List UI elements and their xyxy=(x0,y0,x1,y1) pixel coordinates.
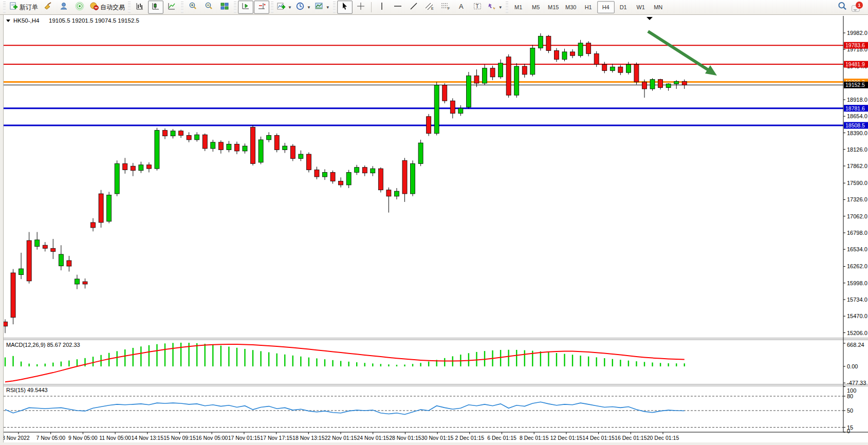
candle-body xyxy=(402,160,407,194)
candle-body xyxy=(163,131,168,136)
candle-body xyxy=(267,135,271,140)
broom-icon xyxy=(43,2,52,13)
toolbar-grip[interactable] xyxy=(234,2,236,13)
candle-body xyxy=(546,36,551,50)
candle-body xyxy=(51,248,56,251)
profile-button[interactable] xyxy=(56,1,71,14)
timeframe-button-d1[interactable]: D1 xyxy=(615,1,632,13)
timeframe-button-h1[interactable]: H1 xyxy=(580,1,597,13)
clock-icon xyxy=(296,2,305,13)
line-chart-icon xyxy=(167,2,176,13)
cursor-tool-button[interactable] xyxy=(337,1,353,14)
signal-button[interactable] xyxy=(72,1,87,14)
macd-tick-label: 668.24 xyxy=(847,342,864,348)
fibonacci-tool-button[interactable]: F xyxy=(438,1,453,14)
price-tick-label: 16798.0 xyxy=(847,230,867,236)
main-toolbar: 新订单 自动交易 xyxy=(0,0,868,15)
dropdown-arrow-icon: ▼ xyxy=(307,5,311,10)
candle-body xyxy=(211,142,215,149)
candle-body xyxy=(458,108,463,114)
fibonacci-icon: F xyxy=(440,2,451,13)
search-icon[interactable] xyxy=(837,1,847,13)
price-tick-label: 17326.0 xyxy=(847,196,867,202)
chart-shift-button[interactable] xyxy=(254,1,269,14)
timeframe-button-m1[interactable]: M1 xyxy=(510,1,527,13)
time-tick-label: 6 Dec 01:15 xyxy=(487,435,516,441)
signal-icon xyxy=(75,2,84,13)
time-tick-label: 14 Nov 13:15 xyxy=(132,435,164,441)
crosshair-icon xyxy=(356,2,365,13)
line-chart-button[interactable] xyxy=(164,1,179,14)
time-tick-label: 20 Dec 01:15 xyxy=(647,435,679,441)
candle-body xyxy=(578,43,583,55)
candle-body xyxy=(299,154,303,159)
candle-body xyxy=(666,84,671,87)
bar-chart-icon xyxy=(135,2,144,13)
toolbar-grip[interactable] xyxy=(506,2,508,13)
tile-windows-button[interactable] xyxy=(217,1,232,14)
zoom-in-button[interactable] xyxy=(185,1,200,14)
new-order-icon xyxy=(9,2,18,13)
auto-scroll-icon xyxy=(241,2,250,13)
new-order-label: 新订单 xyxy=(20,3,38,12)
dropdown-arrow-icon: ▼ xyxy=(498,5,503,10)
toolbar-grip[interactable] xyxy=(271,2,273,13)
toolbar-grip[interactable] xyxy=(333,2,336,13)
timeframe-button-mn[interactable]: MN xyxy=(650,1,667,13)
zoom-out-button[interactable] xyxy=(201,1,216,14)
notifications-button[interactable]: 1 xyxy=(852,3,863,12)
candle-body xyxy=(123,163,127,170)
periods-button[interactable]: ▼ xyxy=(294,1,312,14)
candle-body xyxy=(11,273,15,318)
toolbar-grip[interactable] xyxy=(181,2,183,13)
time-tick-label: 28 Nov 01:15 xyxy=(389,435,421,441)
time-tick-label: 15 Nov 09:15 xyxy=(163,435,196,441)
mt4-trading-window: 新订单 自动交易 xyxy=(0,0,868,445)
candlestick-chart-button[interactable] xyxy=(148,1,163,14)
trendline-tool-button[interactable] xyxy=(406,1,421,14)
price-tick-label: 17862.0 xyxy=(847,163,867,169)
vertical-line-tool-button[interactable] xyxy=(374,1,390,14)
cleanup-button[interactable] xyxy=(40,1,56,14)
window-left-edge xyxy=(0,15,4,445)
candle-body xyxy=(67,261,71,266)
person-icon xyxy=(59,2,68,13)
price-tick-label: 19982.0 xyxy=(847,30,867,36)
new-order-button[interactable]: 新订单 xyxy=(7,1,40,14)
indicators-button[interactable]: ▼ xyxy=(275,1,293,14)
timeframe-button-h4[interactable]: H4 xyxy=(597,1,615,13)
text-tool-button[interactable]: A xyxy=(454,1,469,14)
candle-body xyxy=(131,166,135,171)
toolbar-grip[interactable] xyxy=(128,2,131,13)
equidistant-channel-tool-button[interactable]: E xyxy=(422,1,437,14)
candle-body xyxy=(427,117,431,134)
candle-body xyxy=(187,135,191,140)
macd-tick-label: -477.33 xyxy=(847,380,866,386)
candle-body xyxy=(83,282,87,284)
crosshair-tool-button[interactable] xyxy=(353,1,368,14)
toolbar-grip[interactable] xyxy=(3,2,6,13)
candle-body xyxy=(466,76,471,107)
price-tick-label: 18918.0 xyxy=(847,97,867,103)
auto-trading-button[interactable]: 自动交易 xyxy=(88,1,126,14)
candle-body xyxy=(290,146,295,158)
templates-button[interactable]: ▼ xyxy=(313,1,331,14)
timeframe-toolbar: M1M5M15M30H1H4D1W1MN xyxy=(510,1,667,13)
candle-body xyxy=(35,240,40,247)
auto-scroll-button[interactable] xyxy=(238,1,253,14)
candle-body xyxy=(330,172,335,181)
svg-text:A: A xyxy=(459,3,464,10)
candle-body xyxy=(355,168,359,173)
bar-chart-button[interactable] xyxy=(132,1,147,14)
time-tick-label: 7 Nov 05:00 xyxy=(36,435,65,441)
text-label-tool-button[interactable]: T xyxy=(470,1,485,14)
horizontal-line-tool-button[interactable] xyxy=(390,1,405,14)
candlestick-chart-icon xyxy=(151,2,160,13)
candle-body xyxy=(362,168,367,173)
timeframe-button-m30[interactable]: M30 xyxy=(562,1,580,13)
chart-canvas[interactable]: 19982.019718.019454.018918.018654.018390… xyxy=(0,0,868,445)
timeframe-button-m5[interactable]: M5 xyxy=(527,1,545,13)
arrows-tool-button[interactable]: ▼ xyxy=(486,1,504,14)
timeframe-button-m15[interactable]: M15 xyxy=(545,1,562,13)
timeframe-button-w1[interactable]: W1 xyxy=(632,1,650,13)
